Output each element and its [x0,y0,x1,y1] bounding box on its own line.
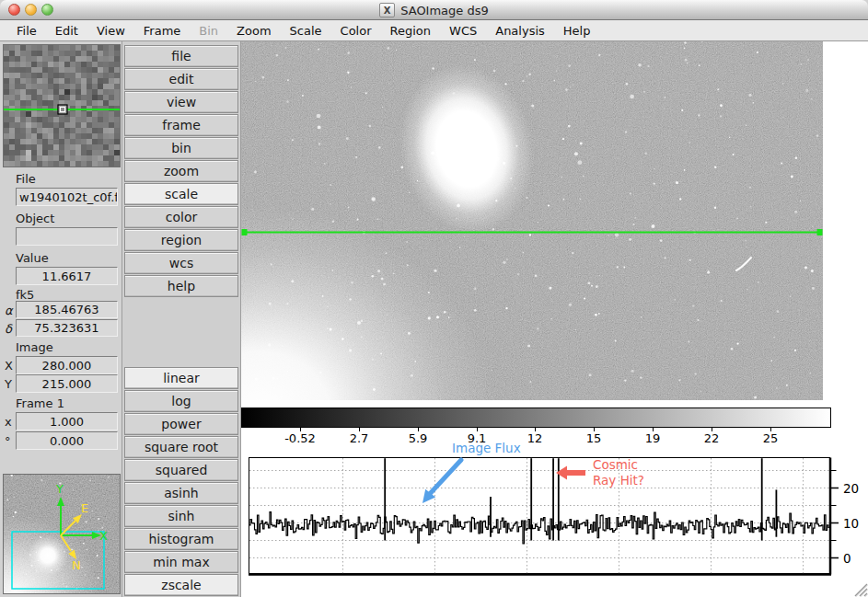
menu-region[interactable]: Region [381,24,441,38]
frame-label: Frame 1 [16,396,64,410]
scale-button-sqrt[interactable]: square root [124,436,238,458]
panel-button-wcs[interactable]: wcs [124,252,238,274]
menu-analysis[interactable]: Analysis [486,24,554,38]
menu-frame[interactable]: Frame [134,24,191,38]
menu-help[interactable]: Help [554,24,600,38]
cosmic-ray-annotation-line1: Cosmic [593,457,638,472]
y-tick-label: 20 [843,481,859,496]
file-field[interactable]: w1940102t_c0f.fi [16,188,118,206]
image-x-label: X [5,359,13,373]
menu-edit[interactable]: Edit [46,24,87,38]
menu-zoom[interactable]: Zoom [227,24,280,38]
panel-button-region[interactable]: region [124,229,238,251]
dec-field[interactable]: 75.323631 [16,319,118,337]
scale-button-minmax[interactable]: min max [124,551,238,573]
cut-plot: 20 10 0 Image Flux Cosmic Ray Hit? [241,432,868,597]
y-minor-ticks [831,471,837,541]
panel-button-scale[interactable]: scale [124,183,238,205]
scale-button-squared[interactable]: squared [124,459,238,481]
compass-e-label: E [81,501,88,515]
menu-bin: Bin [190,24,227,38]
panel-button-help[interactable]: help [124,275,238,297]
value-label: Value [16,251,49,265]
title-bar[interactable]: X SAOImage ds9 [0,0,868,20]
panel-button-color[interactable]: color [124,206,238,228]
x11-app-icon: X [379,3,395,17]
scale-button-histogram[interactable]: histogram [124,528,238,550]
window-title: X SAOImage ds9 [0,0,868,20]
info-panel: File w1940102t_c0f.fi Object Value 11.66… [0,41,122,597]
panel-button-bin[interactable]: bin [124,137,238,159]
axis-x-label: X [99,529,108,543]
ra-field[interactable]: 185.46763 [16,301,118,318]
panner-canvas: Y X E N [4,475,120,593]
menu-scale[interactable]: Scale [281,24,331,38]
panel-button-zoom[interactable]: zoom [124,160,238,182]
scale-button-zscale[interactable]: zscale [124,574,238,596]
panner-view[interactable]: Y X E N [3,474,121,594]
wcs-system-label: fk5 [16,288,34,302]
panel-button-view[interactable]: view [124,91,238,113]
button-column: file edit view frame bin zoom scale colo… [122,41,241,597]
menu-color[interactable]: Color [331,24,381,38]
frame-zoom-label: x [5,415,12,429]
ra-symbol: α [5,304,13,317]
scale-button-asinh[interactable]: asinh [124,482,238,504]
ds9-window: X SAOImage ds9 File Edit View Frame Bin … [0,0,868,597]
crosshair-right-handle[interactable] [817,229,823,235]
frame-angle-field[interactable]: 0.000 [16,431,118,450]
panel-button-frame[interactable]: frame [124,114,238,136]
object-field[interactable] [16,227,118,246]
menu-view[interactable]: View [87,24,134,38]
menu-file[interactable]: File [7,24,46,38]
plot-area [249,458,830,574]
menu-wcs[interactable]: WCS [440,24,486,38]
colorbar[interactable] [241,408,831,428]
scale-button-power[interactable]: power [124,413,238,435]
frame-angle-label: ° [5,434,11,448]
crosshair-left-handle[interactable] [242,229,248,235]
panel-button-edit[interactable]: edit [124,68,238,90]
menu-bar: File Edit View Frame Bin Zoom Scale Colo… [0,20,868,41]
axis-y-label: Y [55,482,64,496]
main-display-area: -0.52 2.7 5.9 9.1 12 15 19 22 25 20 10 0… [241,41,868,597]
cosmic-ray-annotation-line2: Ray Hit? [593,473,644,488]
image-y-field[interactable]: 215.000 [16,374,118,393]
object-label: Object [16,212,54,225]
y-major-ticks [831,488,839,558]
image-coords-label: Image [16,340,53,354]
window-title-text: SAOImage ds9 [400,4,489,17]
scale-button-sinh[interactable]: sinh [124,505,238,527]
frame-zoom-field[interactable]: 1.000 [16,412,118,431]
magnifier-cursor-inner [61,108,65,112]
file-label: File [16,172,36,186]
panner-bright-blob [28,535,68,576]
compass-n-label: N [72,558,81,572]
image-y-label: Y [5,377,12,391]
image-canvas[interactable] [241,41,868,400]
magnifier-view [3,44,121,167]
value-field[interactable]: 11.6617 [16,267,118,285]
image-flux-annotation: Image Flux [452,441,521,455]
y-tick-label: 0 [843,551,851,566]
dec-symbol: δ [5,322,12,336]
image-x-field[interactable]: 280.000 [16,356,118,374]
scale-button-linear[interactable]: linear [124,367,238,389]
y-tick-label: 10 [843,516,859,531]
resize-grip[interactable] [852,581,868,597]
image-blank-margin [823,41,868,400]
magnifier-pixels [4,45,120,166]
scale-button-log[interactable]: log [124,390,238,412]
panel-button-file[interactable]: file [124,45,238,67]
